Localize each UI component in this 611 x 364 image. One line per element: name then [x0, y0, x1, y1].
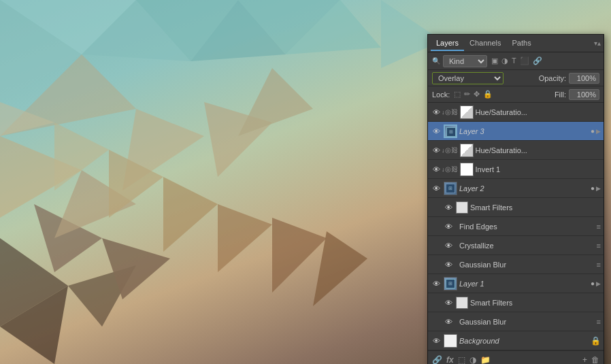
svg-marker-17 [238, 68, 313, 136]
layer-item[interactable]: 👁 ↓ ◎ ⛓ Hue/Saturatio... [428, 141, 604, 160]
opacity-value[interactable]: 100% [569, 73, 599, 84]
lock-transparent-icon[interactable]: ⬚ [454, 90, 461, 99]
add-mask-icon[interactable]: ⬚ [458, 355, 465, 365]
eye-icon[interactable]: 👁 [431, 146, 442, 154]
layer-item[interactable]: 👁 Gaussian Blur ≡ [428, 312, 604, 331]
lock-image-icon[interactable]: ✏ [464, 90, 470, 99]
layer-badge-icon[interactable]: ● [591, 184, 595, 192]
layer-item[interactable]: 👁 Smart Filters [428, 293, 604, 312]
new-group-icon[interactable]: 📁 [480, 355, 491, 365]
tab-channels[interactable]: Channels [464, 36, 506, 51]
layer-arrow-icon: ▶ [596, 185, 601, 192]
filter-row: 🔍 Kind ▣ ◑ T ⬛ 🔗 [428, 52, 604, 70]
layer-thumbnail [460, 105, 474, 119]
eye-icon[interactable]: 👁 [431, 184, 442, 193]
circle-icon[interactable]: ◎ [445, 108, 451, 116]
fill-label: Fill: [555, 90, 566, 99]
panel-tabs: Layers Channels Paths ▾▴ [428, 35, 604, 52]
chain-icon[interactable]: ⛓ [451, 108, 458, 116]
fx-icon[interactable]: fx [446, 355, 454, 365]
layer-name: Gaussian Blur [454, 318, 597, 326]
layer-name: Invert 1 [476, 165, 601, 173]
kind-select[interactable]: Kind [443, 55, 487, 67]
layer-item[interactable]: 👁 ⊞ Layer 3 ● ▶ [428, 122, 604, 141]
layer-thumbnail [444, 334, 457, 348]
layer-item[interactable]: 👁 ↓ ◎ ⛓ Hue/Saturatio... [428, 103, 604, 122]
adjustment-filter-icon[interactable]: ◑ [501, 56, 508, 65]
layer-name: Hue/Saturatio... [476, 146, 601, 154]
layer-name: Smart Filters [470, 203, 601, 212]
layer-badge-icon[interactable]: ● [591, 280, 595, 287]
eye-icon[interactable]: 👁 [443, 261, 454, 269]
add-adjustment-icon[interactable]: ◑ [469, 355, 476, 365]
blend-mode-row: Overlay Normal Multiply Screen Opacity: … [428, 70, 604, 86]
chain-icon[interactable]: ⛓ [451, 165, 458, 173]
fill-value[interactable]: 100% [569, 89, 599, 100]
delete-layer-icon[interactable]: 🗑 [591, 355, 599, 365]
pixel-filter-icon[interactable]: ▣ [491, 56, 498, 65]
tab-paths[interactable]: Paths [507, 36, 537, 51]
lock-icons: ⬚ ✏ ✥ 🔒 [454, 90, 493, 99]
layer-name: Smart Filters [470, 299, 601, 307]
eye-icon[interactable]: 👁 [431, 165, 442, 173]
filter-options-icon[interactable]: ≡ [597, 261, 601, 269]
layer-item[interactable]: 👁 ↓ ◎ ⛓ Invert 1 [428, 160, 604, 179]
eye-icon[interactable]: 👁 [443, 318, 454, 326]
eye-icon[interactable]: 👁 [431, 108, 442, 116]
circle-icon[interactable]: ◎ [445, 146, 451, 154]
layer-item[interactable]: 👁 ⊞ Layer 2 ● ▶ [428, 179, 604, 198]
tab-layers[interactable]: Layers [431, 36, 464, 51]
layer-name: Hue/Saturatio... [476, 108, 601, 116]
layer-name: Gaussian Blur [454, 261, 597, 269]
layer-name: Layer 3 [459, 127, 591, 135]
lock-all-icon[interactable]: 🔒 [483, 90, 493, 99]
layer-item[interactable]: 👁 Background 🔒 [428, 331, 604, 350]
layer-name: Background [459, 337, 591, 345]
panel-collapse-icon[interactable]: ▾▴ [594, 39, 601, 47]
lock-position-icon[interactable]: ✥ [474, 90, 480, 99]
eye-icon[interactable]: 👁 [431, 337, 442, 345]
smart-filter-icon[interactable]: 🔗 [533, 56, 542, 65]
chain-icon[interactable]: ⛓ [451, 146, 458, 154]
layer-name: Layer 2 [459, 184, 591, 193]
filter-options-icon[interactable]: ≡ [597, 222, 601, 231]
layer-thumbnail: ⊞ [444, 125, 457, 138]
filter-options-icon[interactable]: ≡ [597, 318, 601, 326]
svg-marker-21 [163, 177, 218, 252]
lock-row: Lock: ⬚ ✏ ✥ 🔒 Fill: 100% [428, 86, 604, 103]
eye-icon[interactable]: 👁 [431, 280, 442, 288]
filter-icon: 🔍 [432, 57, 440, 65]
eye-icon[interactable]: 👁 [431, 127, 442, 135]
layer-item[interactable]: 👁 Smart Filters [428, 198, 604, 217]
layer-item[interactable]: 👁 Crystallize ≡ [428, 236, 604, 255]
layer-name: Crystallize [454, 242, 597, 250]
eye-icon[interactable]: 👁 [443, 203, 454, 212]
layer-thumbnail [460, 144, 474, 157]
layer-item[interactable]: 👁 Find Edges ≡ [428, 217, 604, 236]
layer-arrow-icon: ▶ [596, 280, 601, 287]
layer-thumbnail [456, 201, 468, 214]
filter-options-icon[interactable]: ≡ [597, 242, 601, 250]
lock-icon: 🔒 [591, 336, 601, 346]
eye-icon[interactable]: 👁 [443, 222, 454, 231]
circle-icon[interactable]: ◎ [445, 165, 451, 173]
svg-marker-22 [218, 204, 272, 272]
layer-badge-icon[interactable]: ● [591, 127, 595, 135]
blend-mode-select[interactable]: Overlay Normal Multiply Screen [432, 72, 503, 84]
layer-name: Layer 1 [459, 280, 591, 288]
panel-footer: 🔗 fx ⬚ ◑ 📁 + 🗑 [428, 350, 604, 364]
eye-icon[interactable]: 👁 [443, 299, 454, 307]
layer-thumbnail [456, 297, 468, 309]
layer-thumbnail [460, 163, 474, 176]
filter-icons: ▣ ◑ T ⬛ 🔗 [491, 56, 542, 65]
new-layer-icon[interactable]: + [582, 355, 587, 365]
opacity-label: Opacity: [539, 74, 566, 82]
layers-panel: Layers Channels Paths ▾▴ 🔍 Kind ▣ ◑ T ⬛ … [427, 34, 604, 364]
layer-item[interactable]: 👁 ⊞ Layer 1 ● ▶ [428, 274, 604, 293]
layer-item[interactable]: 👁 Gaussian Blur ≡ [428, 255, 604, 274]
text-filter-icon[interactable]: T [512, 56, 516, 65]
link-layers-icon[interactable]: 🔗 [432, 355, 442, 365]
shape-filter-icon[interactable]: ⬛ [520, 56, 529, 65]
layer-thumbnail: ⊞ [444, 182, 457, 195]
eye-icon[interactable]: 👁 [443, 242, 454, 250]
